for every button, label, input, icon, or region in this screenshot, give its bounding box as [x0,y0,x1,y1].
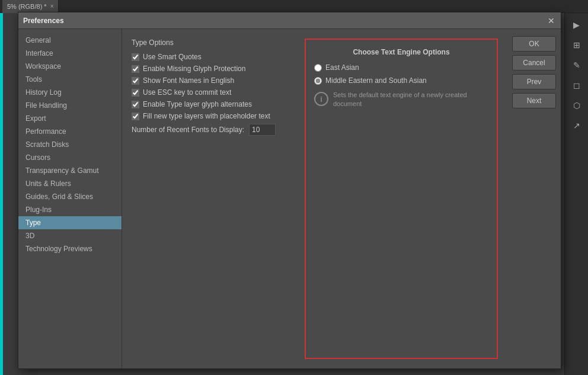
toolbar-btn-4[interactable]: ◻ [567,76,586,95]
radio-east-asian-input[interactable] [314,64,322,72]
text-engine-box: Choose Text Engine Options East Asian Mi… [305,39,498,359]
radio-middle-eastern-label: Middle Eastern and South Asian [325,76,427,85]
sidebar-item-tools[interactable]: Tools [18,73,122,86]
tab-item[interactable]: 5% (RGB/8) * × [2,0,59,13]
checkbox-font-names: Show Font Names in English [132,76,298,85]
type-options-title: Type Options [132,39,298,47]
sidebar-item-history-log[interactable]: History Log [18,86,122,99]
action-buttons-panel: OK Cancel Prev Next [507,29,561,368]
preferences-dialog: Preferences ✕ General Interface Workspac… [18,12,561,369]
recent-fonts-row: Number of Recent Fonts to Display: [132,124,298,136]
info-row: i Sets the default text engine of a newl… [314,91,488,109]
sidebar-nav: General Interface Workspace Tools Histor… [18,29,122,368]
checkbox-smart-quotes-input[interactable] [132,53,139,61]
tab-close-button[interactable]: × [50,3,54,9]
sidebar-item-units-rulers[interactable]: Units & Rulers [18,177,122,190]
sidebar-item-general[interactable]: General [18,34,122,47]
toolbar-btn-6[interactable]: ↗ [567,116,586,135]
dialog-title: Preferences [23,17,64,25]
sidebar-item-file-handling[interactable]: File Handling [18,99,122,112]
sidebar-item-scratch-disks[interactable]: Scratch Disks [18,138,122,151]
main-content: Type Options Use Smart Quotes Enable Mis… [122,29,507,368]
checkbox-placeholder-text-input[interactable] [132,113,139,120]
checkbox-missing-glyph: Enable Missing Glyph Protection [132,65,298,73]
text-engine-title: Choose Text Engine Options [314,48,488,56]
type-options-section: Type Options Use Smart Quotes Enable Mis… [132,39,298,359]
sidebar-item-technology-previews[interactable]: Technology Previews [18,242,122,255]
dialog-titlebar: Preferences ✕ [18,12,561,29]
radio-east-asian-label: East Asian [325,63,359,72]
toolbar-btn-5[interactable]: ⬡ [567,96,586,115]
sidebar-item-workspace[interactable]: Workspace [18,60,122,73]
checkbox-esc-commit-input[interactable] [132,89,139,97]
next-button[interactable]: Next [512,93,556,108]
toolbar-btn-2[interactable]: ⊞ [567,36,586,55]
checkbox-font-names-label: Show Font Names in English [143,76,234,85]
checkbox-placeholder-text: Fill new type layers with placeholder te… [132,112,298,120]
checkbox-placeholder-text-label: Fill new type layers with placeholder te… [143,112,270,120]
checkbox-missing-glyph-label: Enable Missing Glyph Protection [143,65,245,73]
radio-middle-eastern-input[interactable] [314,77,322,85]
toolbar-btn-1[interactable]: ▶ [567,15,586,34]
toolbar-btn-3[interactable]: ✎ [567,56,586,75]
checkbox-glyph-alternates: Enable Type layer glyph alternates [132,100,298,108]
sidebar-item-export[interactable]: Export [18,112,122,125]
checkbox-smart-quotes-label: Use Smart Quotes [143,53,202,61]
checkbox-esc-commit: Use ESC key to commit text [132,88,298,97]
info-icon: i [314,92,328,106]
checkbox-esc-commit-label: Use ESC key to commit text [143,88,231,97]
recent-fonts-input[interactable] [249,124,276,136]
checkbox-smart-quotes: Use Smart Quotes [132,53,298,61]
checkbox-glyph-alternates-label: Enable Type layer glyph alternates [143,100,252,108]
dialog-body: General Interface Workspace Tools Histor… [18,29,561,368]
sidebar-item-plug-ins[interactable]: Plug-Ins [18,203,122,216]
sidebar-item-3d[interactable]: 3D [18,229,122,242]
content-row: Type Options Use Smart Quotes Enable Mis… [132,39,498,359]
sidebar-item-guides-grid-slices[interactable]: Guides, Grid & Slices [18,190,122,203]
dialog-close-button[interactable]: ✕ [547,16,556,25]
checkbox-font-names-input[interactable] [132,77,139,85]
sidebar-item-type[interactable]: Type [18,216,122,229]
checkbox-missing-glyph-input[interactable] [132,65,139,73]
app-background: 5% (RGB/8) * × ▶ ⊞ ✎ ◻ ⬡ ↗ Preferences ✕… [0,0,588,375]
radio-east-asian: East Asian [314,63,488,72]
recent-fonts-label: Number of Recent Fonts to Display: [132,126,244,134]
sidebar-item-cursors[interactable]: Cursors [18,151,122,164]
tab-label: 5% (RGB/8) * [7,3,47,10]
right-toolbar: ▶ ⊞ ✎ ◻ ⬡ ↗ [564,13,588,375]
tab-bar: 5% (RGB/8) * × [0,0,588,13]
checkbox-glyph-alternates-input[interactable] [132,101,139,108]
left-accent-bar [0,13,3,375]
sidebar-item-performance[interactable]: Performance [18,125,122,138]
cancel-button[interactable]: Cancel [512,55,556,70]
sidebar-item-interface[interactable]: Interface [18,47,122,60]
prev-button[interactable]: Prev [512,74,556,89]
sidebar-item-transparency-gamut[interactable]: Transparency & Gamut [18,164,122,177]
info-text: Sets the default text engine of a newly … [333,91,488,109]
ok-button[interactable]: OK [512,36,556,52]
radio-middle-eastern: Middle Eastern and South Asian [314,76,488,85]
